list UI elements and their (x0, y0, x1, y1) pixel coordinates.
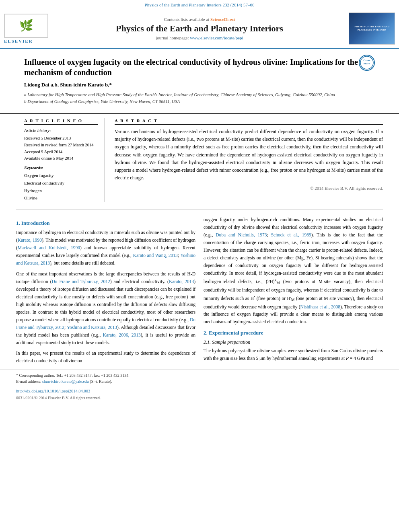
ref-duba[interactable]: Duba and Nicholls, 1973 (216, 232, 267, 237)
article-header: Cross Mark Influence of oxygen fugacity … (0, 49, 399, 113)
subscript-2: M (291, 298, 295, 302)
sample-heading: 2.1. Sample preparation (204, 339, 383, 345)
copyright-bottom: 0031-9201/© 2014 Elsevier B.V. All right… (0, 395, 399, 403)
crossmark-circle: Cross Mark (359, 55, 375, 71)
elsevier-box: 🌿 (4, 14, 48, 38)
sample-text: The hydrous polycrystalline olivine samp… (204, 347, 383, 362)
journal-homepage: journal homepage: www.elsevier.com/locat… (60, 35, 339, 40)
author-names: Lidong Dai a,b, Shun-ichiro Karato b,* (24, 82, 112, 88)
sciencedirect-link[interactable]: ScienceDirect (210, 17, 235, 22)
intro-para1: Importance of hydrogen in electrical con… (16, 229, 195, 267)
journal-cover-area: PHYSICS OF THE EARTH AND PLANETARY INTER… (343, 12, 395, 45)
ref-karato1990[interactable]: Karato, 1990 (18, 238, 42, 242)
ref-karato2006[interactable]: Karato, 2006, 2013 (103, 333, 141, 337)
history-label: Article history: (24, 128, 98, 133)
accepted-date: Accepted 9 April 2014 (24, 149, 98, 156)
elsevier-logo-area: 🌿 ELSEVIER (4, 14, 56, 43)
article-info-panel: A R T I C L E I N F O Article history: R… (24, 118, 105, 202)
received-date: Received 5 December 2013 (24, 135, 98, 142)
received-revised-date: Received in revised form 27 March 2014 (24, 142, 98, 149)
keyword-4: Olivine (24, 194, 98, 202)
svg-text:Cross: Cross (364, 59, 370, 62)
body-right-col: oxygen fugacity under hydrogen-rich cond… (204, 216, 383, 368)
crossmark-badge: Cross Mark (359, 55, 375, 71)
superscript-2: • (254, 295, 255, 299)
authors-line: Lidong Dai a,b, Shun-ichiro Karato b,* (24, 82, 375, 88)
email-link[interactable]: shun-ichiro.karato@yale.edu (42, 379, 89, 384)
article-info-label: A R T I C L E I N F O (24, 118, 98, 125)
homepage-link[interactable]: www.elsevier.com/locate/pepi (190, 35, 243, 40)
subscript-1: M (276, 281, 280, 285)
journal-info-center: Contents lists available at ScienceDirec… (56, 17, 343, 40)
article-title: Influence of oxygen fugacity on the elec… (24, 57, 375, 78)
abstract-panel: A B S T R A C T Various mechanisms of hy… (113, 118, 383, 202)
affiliation-b: b Department of Geology and Geophysics, … (24, 98, 375, 105)
abstract-copyright: © 2014 Elsevier B.V. All rights reserved… (115, 186, 383, 191)
contents-line: Contents lists available at ScienceDirec… (60, 17, 339, 22)
body-divider (16, 209, 383, 210)
affiliation-a: a Laboratory for High Temperature and Hi… (24, 91, 375, 98)
body-section: 1. Introduction Importance of hydrogen i… (0, 213, 399, 368)
journal-header: 🌿 ELSEVIER Contents lists available at S… (0, 9, 399, 49)
intro-para2: One of the most important observations i… (16, 270, 195, 347)
intro-heading: 1. Introduction (16, 220, 195, 226)
ref-karato-wang[interactable]: Karato and Wang, 2013 (133, 253, 178, 258)
journal-title: Physics of the Earth and Planetary Inter… (60, 23, 339, 34)
keyword-3: Hydrogen (24, 187, 98, 195)
ref-karato2013[interactable]: Karato, 2013 (169, 279, 194, 284)
ref-mackwell[interactable]: Mackwell and Kohlstedt, 1990 (18, 245, 80, 250)
date-group: Received 5 December 2013 Received in rev… (24, 135, 98, 162)
doi-link[interactable]: http://dx.doi.org/10.1016/j.pepi2014.04.… (16, 389, 90, 393)
corresponding-author: * Corresponding author. Tel.: +1 203 432… (16, 372, 383, 378)
keywords-label: Keywords: (24, 165, 98, 170)
journal-citation: Physics of the Earth and Planetary Inter… (0, 0, 399, 9)
experimental-heading: 2. Experimental procedure (204, 330, 383, 336)
right-para1: oxygen fugacity under hydrogen-rich cond… (204, 216, 383, 326)
abstract-label: A B S T R A C T (115, 118, 383, 125)
ref-schock[interactable]: Schock et al., 1989 (271, 232, 311, 237)
body-left-col: 1. Introduction Importance of hydrogen i… (16, 216, 195, 368)
svg-text:Mark: Mark (363, 62, 370, 65)
info-abstract-section: A R T I C L E I N F O Article history: R… (0, 113, 399, 206)
citation-text: Physics of the Earth and Planetary Inter… (145, 2, 255, 7)
doi-section: http://dx.doi.org/10.1016/j.pepi2014.04.… (0, 386, 399, 395)
abstract-text: Various mechanisms of hydrogen-assisted … (115, 128, 383, 182)
email-address: E-mail address: shun-ichiro.karato@yale.… (16, 378, 383, 384)
keyword-1: Oxygen fugacity (24, 172, 98, 179)
intro-para3: In this paper, we present the results of… (16, 349, 195, 365)
affiliations: a Laboratory for High Temperature and Hi… (24, 91, 375, 105)
footnote-section: * Corresponding author. Tel.: +1 203 432… (0, 370, 399, 386)
ref-nishihara[interactable]: Nishihara et al., 2008 (300, 304, 341, 309)
ref-dufrane[interactable]: Du Frane and Tyburczy, 2012 (51, 279, 110, 284)
elsevier-brand: ELSEVIER (4, 39, 56, 43)
keyword-2: Electrical conductivity (24, 179, 98, 187)
journal-cover-image: PHYSICS OF THE EARTH AND PLANETARY INTER… (349, 12, 395, 45)
elsevier-tree-icon: 🌿 (19, 20, 33, 31)
ref-yoshino2[interactable]: Yoshino and Katsura, 2013 (67, 325, 117, 330)
available-online-date: Available online 5 May 2014 (24, 155, 98, 162)
